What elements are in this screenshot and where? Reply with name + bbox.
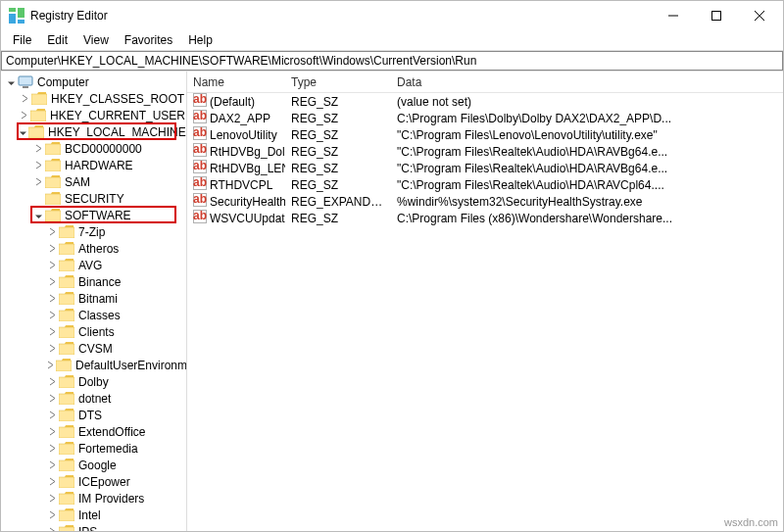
col-type[interactable]: Type <box>285 73 391 92</box>
tree-item[interactable]: DTS <box>3 407 186 423</box>
folder-icon <box>45 209 61 222</box>
menu-help[interactable]: Help <box>180 31 220 49</box>
svg-rect-28 <box>59 394 74 405</box>
menu-file[interactable]: File <box>5 31 39 49</box>
col-data[interactable]: Data <box>391 73 783 92</box>
value-row[interactable]: ab WSVCUUpdateH... REG_SZ C:\Program Fil… <box>187 210 783 226</box>
tree-item[interactable]: HKEY_LOCAL_MACHINE <box>3 123 186 140</box>
tree-item[interactable]: IM Providers <box>3 490 186 507</box>
tree-item[interactable]: Atheros <box>3 240 186 257</box>
expand-icon[interactable] <box>46 410 58 421</box>
tree-item[interactable]: IPS <box>3 523 186 531</box>
list-header[interactable]: Name Type Data <box>187 72 783 93</box>
value-row[interactable]: ab RtHDVBg_Dolby REG_SZ "C:\Program File… <box>187 143 783 160</box>
expand-icon[interactable] <box>19 110 29 121</box>
tree-item[interactable]: Dolby <box>3 373 186 390</box>
expand-icon[interactable] <box>32 210 44 221</box>
expand-icon[interactable] <box>19 93 30 105</box>
tree-item[interactable]: 7-Zip <box>3 223 186 240</box>
tree-item[interactable]: Clients <box>3 323 186 340</box>
svg-rect-29 <box>59 411 74 421</box>
expand-icon[interactable] <box>32 176 44 188</box>
expand-icon[interactable] <box>19 126 27 138</box>
tree-item[interactable]: SECURITY <box>3 190 186 207</box>
tree-item-label: SOFTWARE <box>64 209 132 222</box>
tree-item[interactable]: BCD00000000 <box>3 140 186 157</box>
title-bar[interactable]: Registry Editor <box>1 1 783 30</box>
expand-icon[interactable] <box>46 360 55 371</box>
tree-item[interactable]: Classes <box>3 307 186 323</box>
tree-item[interactable]: HARDWARE <box>3 157 186 173</box>
expand-icon[interactable] <box>46 293 58 305</box>
tree-item[interactable]: HKEY_CURRENT_USER <box>3 107 186 123</box>
expand-icon[interactable] <box>46 343 58 355</box>
value-type: REG_SZ <box>285 145 391 159</box>
expand-icon[interactable] <box>46 476 58 488</box>
tree-item[interactable]: Bitnami <box>3 290 186 307</box>
minimize-button[interactable] <box>652 2 695 29</box>
tree-item-label: Clients <box>77 325 116 339</box>
col-name[interactable]: Name <box>187 73 285 92</box>
expand-icon[interactable] <box>46 276 58 288</box>
value-name-cell: ab WSVCUUpdateH... <box>187 210 285 226</box>
expand-icon[interactable] <box>46 393 58 405</box>
tree-item[interactable]: SOFTWARE <box>3 207 186 223</box>
expand-icon[interactable] <box>5 76 17 88</box>
menu-view[interactable]: View <box>75 31 117 49</box>
expand-icon[interactable] <box>46 526 58 532</box>
expand-icon[interactable] <box>32 143 44 155</box>
expand-icon[interactable] <box>46 493 58 505</box>
registry-values-list[interactable]: Name Type Data ab (Default) REG_SZ (valu… <box>187 72 783 531</box>
tree-item-label: HKEY_CLASSES_ROOT <box>50 92 185 106</box>
svg-rect-30 <box>59 427 74 438</box>
tree-item-label: Dolby <box>77 375 110 389</box>
value-row[interactable]: ab LenovoUtility REG_SZ "C:\Program File… <box>187 126 783 143</box>
tree-item[interactable]: HKEY_CLASSES_ROOT <box>3 90 186 107</box>
address-input[interactable] <box>1 51 783 71</box>
tree-item[interactable]: dotnet <box>3 390 186 407</box>
menu-favorites[interactable]: Favorites <box>117 31 180 49</box>
string-value-icon: ab <box>193 176 207 193</box>
expand-icon[interactable] <box>32 160 44 171</box>
tree-item[interactable]: Fortemedia <box>3 440 186 457</box>
expand-icon[interactable] <box>46 226 58 238</box>
expand-icon[interactable] <box>46 260 58 271</box>
value-row[interactable]: ab (Default) REG_SZ (value not set) <box>187 93 783 110</box>
tree-item-label: Binance <box>77 275 122 289</box>
value-name-cell: ab RtHDVBg_LENO... <box>187 160 285 176</box>
registry-tree[interactable]: Computer HKEY_CLASSES_ROOT HKEY_CURRENT_… <box>1 72 187 531</box>
tree-item[interactable]: AVG <box>3 257 186 273</box>
tree-item[interactable]: DefaultUserEnvironm <box>3 357 186 373</box>
tree-item[interactable]: Binance <box>3 273 186 290</box>
expand-icon[interactable] <box>46 443 58 455</box>
expand-icon[interactable] <box>46 326 58 338</box>
expand-icon[interactable] <box>46 310 58 321</box>
expand-icon[interactable] <box>46 459 58 471</box>
value-row[interactable]: ab DAX2_APP REG_SZ C:\Program Files\Dolb… <box>187 110 783 126</box>
tree-item[interactable]: ICEpower <box>3 473 186 490</box>
value-row[interactable]: ab RTHDVCPL REG_SZ "C:\Program Files\Rea… <box>187 176 783 193</box>
svg-text:ab: ab <box>193 93 207 106</box>
tree-item-label: Google <box>77 459 118 472</box>
tree-item[interactable]: Computer <box>3 73 186 90</box>
close-button[interactable] <box>738 2 781 29</box>
maximize-button[interactable] <box>695 2 738 29</box>
tree-item[interactable]: SAM <box>3 173 186 190</box>
value-row[interactable]: ab SecurityHealth REG_EXPAND_SZ %windir%… <box>187 193 783 210</box>
expand-icon[interactable] <box>46 509 58 521</box>
tree-item-label: HKEY_LOCAL_MACHINE <box>47 125 187 139</box>
expand-icon[interactable] <box>46 426 58 438</box>
menu-edit[interactable]: Edit <box>39 31 75 49</box>
tree-item[interactable]: ExtendOffice <box>3 423 186 440</box>
value-data: "C:\Program Files\Realtek\Audio\HDA\RAVB… <box>391 162 783 175</box>
tree-item[interactable]: Intel <box>3 507 186 523</box>
tree-item[interactable]: Google <box>3 457 186 473</box>
expand-icon[interactable] <box>46 376 58 388</box>
folder-icon <box>59 375 74 389</box>
value-row[interactable]: ab RtHDVBg_LENO... REG_SZ "C:\Program Fi… <box>187 160 783 176</box>
expand-icon[interactable] <box>46 243 58 255</box>
tree-item[interactable]: CVSM <box>3 340 186 357</box>
folder-icon <box>59 325 74 339</box>
tree-item-label: DefaultUserEnvironm <box>74 359 187 372</box>
svg-rect-33 <box>59 477 74 488</box>
